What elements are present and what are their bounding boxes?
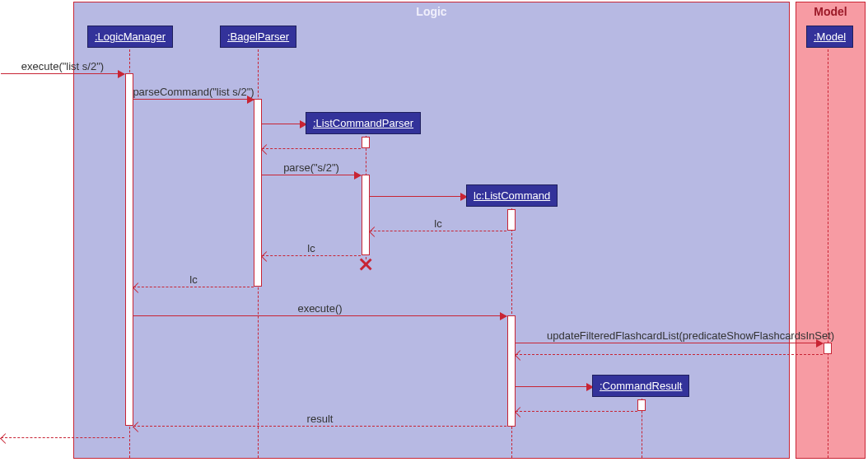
destroy-icon bbox=[358, 257, 373, 272]
msg-parse-command: parseCommand("list s/2") bbox=[133, 99, 254, 100]
ret-lc-3-label: lc bbox=[189, 273, 197, 286]
act-list-command-parser-2 bbox=[362, 175, 370, 255]
obj-bagel-parser: :BagelParser bbox=[220, 26, 296, 48]
obj-command-result: :CommandResult bbox=[592, 375, 689, 397]
msg-create-lcparser bbox=[262, 124, 306, 124]
ret-create-cmdresult bbox=[516, 411, 637, 412]
msg-update-filtered: updateFilteredFlashcardList(predicateSho… bbox=[516, 343, 823, 343]
obj-model: :Model bbox=[806, 26, 853, 48]
act-list-command-parser-1 bbox=[362, 137, 370, 148]
ret-lc-1-label: lc bbox=[434, 217, 441, 230]
act-model bbox=[824, 343, 832, 354]
arrowhead-icon bbox=[118, 70, 125, 78]
msg-update-filtered-label: updateFilteredFlashcardList(predicateSho… bbox=[547, 329, 834, 342]
arrowhead-icon bbox=[816, 339, 824, 348]
ret-create-lcparser bbox=[262, 148, 361, 149]
msg-execute-list-label: execute("list s/2") bbox=[21, 60, 104, 72]
arrowhead-icon bbox=[247, 96, 254, 104]
act-list-command-2 bbox=[507, 315, 516, 427]
ret-lc-1: lc bbox=[370, 231, 506, 231]
obj-logic-manager: :LogicManager bbox=[87, 26, 173, 48]
ret-lc-2: lc bbox=[262, 255, 361, 256]
lifeline-model bbox=[828, 49, 828, 458]
ret-final bbox=[1, 437, 124, 438]
act-command-result bbox=[637, 399, 646, 411]
arrowhead-open-icon bbox=[0, 433, 11, 444]
arrowhead-icon bbox=[354, 171, 362, 180]
msg-parse-s2-label: parse("s/2") bbox=[283, 161, 339, 174]
arrowhead-icon bbox=[500, 312, 507, 320]
msg-execute-list: execute("list s/2") bbox=[1, 73, 124, 74]
msg-execute-label: execute() bbox=[297, 302, 342, 315]
frame-model: Model bbox=[796, 2, 866, 459]
msg-create-cmdresult bbox=[516, 386, 593, 387]
obj-list-command-parser: :ListCommandParser bbox=[306, 112, 421, 134]
ret-lc-3: lc bbox=[133, 287, 254, 287]
ret-result: result bbox=[133, 426, 506, 427]
ret-result-label: result bbox=[307, 413, 334, 425]
frame-model-label: Model bbox=[814, 5, 847, 18]
msg-create-lc bbox=[370, 196, 467, 197]
msg-parse-command-label: parseCommand("list s/2") bbox=[133, 86, 254, 98]
msg-parse-s2: parse("s/2") bbox=[262, 175, 361, 175]
ret-update-filtered bbox=[516, 354, 823, 355]
obj-list-command: lc:ListCommand bbox=[466, 184, 558, 207]
frame-logic-label: Logic bbox=[416, 5, 446, 18]
act-logic-manager bbox=[125, 73, 133, 426]
ret-lc-2-label: lc bbox=[307, 242, 315, 254]
act-list-command-1 bbox=[507, 209, 516, 231]
msg-execute: execute() bbox=[133, 315, 506, 316]
act-bagel-parser bbox=[254, 99, 262, 287]
